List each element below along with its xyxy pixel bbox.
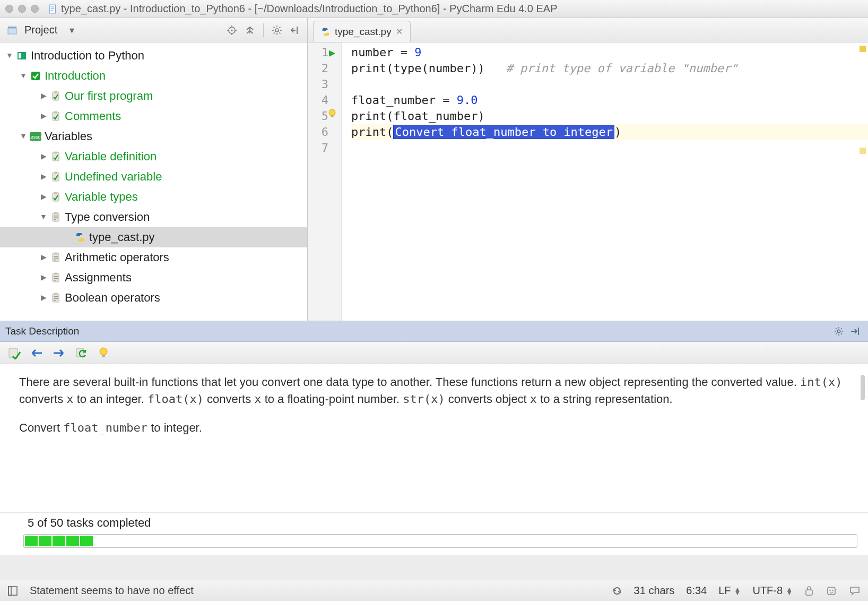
tree-item[interactable]: ▶ Arithmetic operators <box>0 247 307 268</box>
status-caret-position[interactable]: 6:34 <box>686 585 707 597</box>
editor-gutter[interactable]: ▶ 1 2 3 4 5 6 7 <box>308 42 342 321</box>
tree-label: Type conversion <box>65 208 150 226</box>
svg-rect-74 <box>8 587 17 595</box>
svg-point-79 <box>832 589 833 590</box>
tree-item[interactable]: ▶ Variable types <box>0 187 307 207</box>
settings-gear-icon[interactable] <box>269 22 285 38</box>
expand-toggle-icon[interactable]: ▶ <box>38 272 49 284</box>
expand-toggle-icon[interactable]: ▼ <box>4 50 15 62</box>
hint-bulb-icon[interactable] <box>97 346 110 360</box>
code-line[interactable]: number = 9 <box>351 45 868 61</box>
tree-section-introduction[interactable]: ▼ Introduction <box>0 66 307 86</box>
line-number[interactable]: 4 <box>308 92 328 108</box>
tree-item[interactable]: ▶ Comments <box>0 106 307 126</box>
svg-line-18 <box>274 27 275 28</box>
tree-item[interactable]: ▶ Boolean operators <box>0 288 307 308</box>
run-gutter-icon[interactable]: ▶ <box>329 45 335 61</box>
expand-toggle-icon[interactable]: ▶ <box>38 292 49 304</box>
expand-toggle-icon[interactable]: ▶ <box>38 151 49 162</box>
task-paragraph: Convert float_number to integer. <box>19 419 849 436</box>
expand-toggle-icon[interactable]: ▶ <box>38 110 49 122</box>
code-area[interactable]: number = 9 print(type(number)) # print t… <box>342 42 868 321</box>
window-zoom-dot[interactable] <box>31 5 39 13</box>
code-line[interactable]: print(float_number) <box>351 108 868 124</box>
line-number[interactable]: 2 <box>308 61 328 76</box>
tree-item[interactable]: ▶ Variable definition <box>0 147 307 167</box>
status-lock-icon[interactable] <box>804 586 814 596</box>
locate-icon[interactable] <box>224 22 240 38</box>
settings-gear-icon[interactable] <box>831 323 847 339</box>
tree-item[interactable]: ▶ Assignments <box>0 268 307 288</box>
code-line[interactable]: float_number = 9.0 <box>351 92 868 108</box>
editor-tab[interactable]: type_cast.py ✕ <box>313 21 411 42</box>
status-chars[interactable]: 31 chars <box>634 585 675 597</box>
task-description-body[interactable]: There are several built-in functions tha… <box>0 364 868 513</box>
answer-placeholder[interactable]: Convert float_number to integer <box>393 125 614 139</box>
expand-toggle-icon[interactable]: ▶ <box>38 90 49 102</box>
svg-rect-50 <box>54 276 58 277</box>
tree-section-variables[interactable]: ▼ Lesson Variables <box>0 126 307 147</box>
status-line-separator[interactable]: LF▲▼ <box>718 585 741 597</box>
expand-toggle-icon[interactable]: ▶ <box>38 191 49 203</box>
expand-toggle-icon[interactable]: ▶ <box>38 171 49 183</box>
code-editor[interactable]: ▶ 1 2 3 4 5 6 7 number = 9 print(type(nu… <box>308 42 868 321</box>
reset-task-icon[interactable] <box>74 346 88 360</box>
file-icon <box>48 4 58 14</box>
task-paragraph: There are several built-in functions tha… <box>19 374 849 408</box>
hide-tool-window-icon[interactable] <box>287 22 303 38</box>
status-feedback-icon[interactable] <box>849 585 861 597</box>
close-tab-icon[interactable]: ✕ <box>396 27 403 37</box>
project-view-icon[interactable] <box>4 22 20 38</box>
warning-marker-icon[interactable] <box>860 148 866 154</box>
progress-segment <box>80 536 93 546</box>
tree-item[interactable]: ▶ Undefined variable <box>0 167 307 187</box>
collapse-all-icon[interactable] <box>242 22 258 38</box>
line-number[interactable]: 1 <box>308 45 328 61</box>
expand-toggle-icon[interactable]: ▼ <box>18 70 29 82</box>
line-number[interactable]: 5 <box>308 108 328 124</box>
hide-tool-window-icon[interactable] <box>847 323 863 339</box>
svg-rect-56 <box>54 298 58 299</box>
expand-toggle-icon[interactable]: ▶ <box>38 252 49 263</box>
window-minimize-dot[interactable] <box>18 5 26 13</box>
code-line-current[interactable]: print(Convert float_number to integer) <box>351 124 868 140</box>
prev-task-icon[interactable] <box>30 346 44 360</box>
expand-toggle-icon[interactable]: ▼ <box>38 211 49 223</box>
status-sync-icon[interactable] <box>612 586 622 596</box>
line-number[interactable]: 7 <box>308 140 328 156</box>
svg-rect-40 <box>54 216 58 217</box>
tree-root[interactable]: ▼ Introduction to Python <box>0 46 307 66</box>
next-task-icon[interactable] <box>52 346 66 360</box>
python-file-icon <box>74 231 86 243</box>
tree-file-type-cast[interactable]: type_cast.py <box>0 227 307 247</box>
window-title: type_cast.py - Introduction_to_Python6 -… <box>61 3 558 15</box>
project-tree[interactable]: ▼ Introduction to Python ▼ Introduction … <box>0 42 307 321</box>
scrollbar-thumb[interactable] <box>861 375 865 400</box>
code-line[interactable] <box>351 140 868 156</box>
project-label[interactable]: Project <box>24 24 57 36</box>
status-tool-windows-icon[interactable] <box>7 586 18 596</box>
line-number[interactable]: 3 <box>308 76 328 92</box>
svg-rect-76 <box>806 590 812 595</box>
window-close-dot[interactable] <box>5 5 13 13</box>
tree-item[interactable]: ▶ Our first program <box>0 86 307 106</box>
task-toolbar <box>0 342 868 364</box>
status-encoding[interactable]: UTF-8▲▼ <box>752 585 793 597</box>
expand-toggle-icon[interactable]: ▼ <box>18 131 29 142</box>
svg-line-19 <box>279 32 280 33</box>
task-description-header[interactable]: Task Description <box>0 321 868 342</box>
code-line[interactable] <box>351 76 868 92</box>
svg-rect-41 <box>54 218 58 219</box>
status-inspector-icon[interactable] <box>826 585 837 597</box>
check-task-icon[interactable] <box>7 346 21 360</box>
project-view-dropdown-icon[interactable]: ▾ <box>64 22 80 38</box>
window-titlebar: type_cast.py - Introduction_to_Python6 -… <box>0 0 868 18</box>
intention-bulb-icon[interactable] <box>327 108 337 119</box>
window-traffic-lights[interactable] <box>5 5 39 13</box>
line-number[interactable]: 6 <box>308 124 328 140</box>
warning-marker-icon[interactable] <box>860 46 866 52</box>
svg-rect-35 <box>54 172 57 174</box>
code-line[interactable]: print(type(number)) # print type of vari… <box>351 61 868 76</box>
tree-label: Our first program <box>65 87 153 105</box>
tree-item-type-conversion[interactable]: ▼ Type conversion <box>0 207 307 227</box>
